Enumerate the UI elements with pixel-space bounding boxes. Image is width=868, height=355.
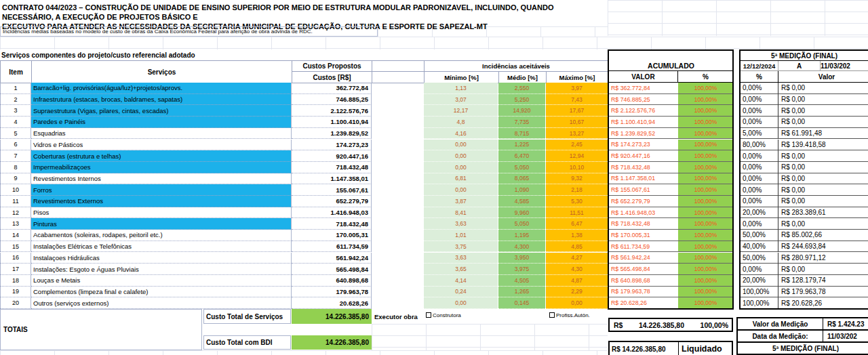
row-incidencia-maximo[interactable]: 10,67 [546, 117, 608, 128]
row-cost-value[interactable]: 640.898,68 [292, 275, 372, 287]
row-cost-value[interactable]: 179.963,78 [292, 287, 372, 298]
row-medicao-pct[interactable]: 100,00% [741, 287, 778, 298]
row-incidencia-minimo[interactable]: 4,8 [424, 117, 498, 128]
row-incidencia-minimo[interactable]: 3,87 [424, 196, 498, 207]
row-incidencia-maximo[interactable]: 7,43 [546, 94, 608, 106]
row-medicao-pct[interactable]: 100,00% [741, 297, 778, 309]
row-medicao-pct[interactable]: 20,00% [741, 275, 778, 287]
row-incidencia-minimo[interactable]: 12,17 [424, 105, 498, 117]
row-medicao-valor[interactable]: R$ 0,00 [778, 173, 868, 185]
row-incidencia-minimo[interactable]: 6,81 [424, 173, 498, 185]
row-incidencia-maximo[interactable]: 4,27 [546, 253, 608, 264]
row-acumulado-pct[interactable]: 100,00% [678, 94, 733, 106]
row-medicao-valor[interactable]: R$ 20.628,26 [778, 297, 868, 309]
row-medicao-valor[interactable]: R$ 139.418,58 [778, 140, 868, 151]
row-item-number[interactable]: 4 [0, 117, 31, 128]
valor-medicao-value[interactable]: R$ 1.424.23 [823, 318, 868, 329]
row-acumulado-pct[interactable]: 100,00% [678, 105, 733, 117]
row-service-name[interactable]: Forros [31, 184, 292, 196]
custo-total-bdi-value[interactable]: 14.226.385,80 [292, 335, 372, 350]
row-acumulado-pct[interactable]: 100,00% [678, 253, 733, 264]
row-acumulado-pct[interactable]: 100,00% [678, 162, 733, 173]
medicao-date-from[interactable]: 12/12/2024 [741, 61, 778, 71]
row-item-number[interactable]: 9 [0, 173, 31, 185]
row-incidencia-maximo[interactable]: 5,30 [546, 196, 608, 207]
row-medicao-pct[interactable]: 5,00% [741, 128, 778, 140]
row-incidencia-medio[interactable]: 1,265 [498, 287, 545, 298]
row-acumulado-valor[interactable]: R$ 179.963,78 [609, 287, 678, 298]
row-cost-value[interactable]: 1.100.410,94 [292, 117, 372, 128]
row-item-number[interactable]: 8 [0, 162, 31, 173]
row-cost-value[interactable]: 20.628,26 [292, 297, 372, 309]
row-service-name[interactable]: Revestimentos Internos [31, 173, 292, 185]
row-acumulado-valor[interactable]: R$ 718.432,48 [609, 218, 678, 230]
row-incidencia-medio[interactable]: 4,585 [498, 196, 545, 207]
row-incidencia-minimo[interactable]: 1,13 [424, 83, 498, 94]
row-medicao-valor[interactable]: R$ 128.179,74 [778, 275, 868, 287]
row-acumulado-valor[interactable]: R$ 718.432,48 [609, 162, 678, 173]
row-incidencia-medio[interactable]: 0,145 [498, 297, 545, 309]
row-incidencia-medio[interactable]: 6,470 [498, 150, 545, 162]
row-acumulado-valor[interactable]: R$ 1.416.948,03 [609, 207, 678, 219]
row-incidencia-medio[interactable]: 5,050 [498, 218, 545, 230]
row-acumulado-valor[interactable]: R$ 611.734,59 [609, 241, 678, 253]
row-incidencia-minimo[interactable]: 0,00 [424, 162, 498, 173]
row-cost-value[interactable]: 1.147.358,01 [292, 173, 372, 185]
row-item-number[interactable]: 10 [0, 184, 31, 196]
row-incidencia-minimo[interactable]: 0,00 [424, 297, 498, 309]
row-incidencia-minimo[interactable]: 4,16 [424, 128, 498, 140]
row-cost-value[interactable]: 611.734,59 [292, 241, 372, 253]
row-acumulado-pct[interactable]: 100,00% [678, 297, 733, 309]
col-header-maximo[interactable]: Máximo [%] [547, 72, 608, 83]
row-incidencia-minimo[interactable]: 0,00 [424, 140, 498, 151]
row-incidencia-medio[interactable]: 2,550 [498, 83, 545, 94]
row-incidencia-medio[interactable]: 3,975 [498, 264, 545, 275]
row-incidencia-maximo[interactable]: 13,27 [546, 128, 608, 140]
row-incidencia-minimo[interactable]: 3,65 [424, 264, 498, 275]
row-cost-value[interactable]: 718.432,48 [292, 162, 372, 173]
row-incidencia-maximo[interactable]: 10,10 [546, 162, 608, 173]
row-cost-value[interactable]: 1.239.829,52 [292, 128, 372, 140]
row-acumulado-pct[interactable]: 100,00% [678, 241, 733, 253]
row-medicao-valor[interactable]: R$ 0,00 [778, 218, 868, 230]
row-incidencia-maximo[interactable]: 2,18 [546, 184, 608, 196]
row-acumulado-pct[interactable]: 100,00% [678, 275, 733, 287]
row-cost-value[interactable]: 652.279,79 [292, 196, 372, 207]
row-incidencia-maximo[interactable]: 4,85 [546, 241, 608, 253]
row-acumulado-pct[interactable]: 100,00% [678, 287, 733, 298]
row-medicao-valor[interactable]: R$ 179.963,78 [778, 287, 868, 298]
row-medicao-pct[interactable]: 0,00% [741, 218, 778, 230]
row-medicao-valor[interactable]: R$ 0,00 [778, 196, 868, 207]
row-medicao-valor[interactable]: R$ 85.002,66 [778, 230, 868, 241]
row-incidencia-maximo[interactable]: 6,47 [546, 218, 608, 230]
row-medicao-pct[interactable]: 0,00% [741, 150, 778, 162]
row-medicao-valor[interactable]: R$ 283.389,61 [778, 207, 868, 219]
row-incidencia-minimo[interactable]: 3,63 [424, 253, 498, 264]
row-incidencia-medio[interactable]: 8,065 [498, 173, 545, 185]
row-item-number[interactable]: 7 [0, 150, 31, 162]
row-medicao-pct[interactable]: 0,00% [741, 264, 778, 275]
row-acumulado-pct[interactable]: 100,00% [678, 150, 733, 162]
profiss-auton-option[interactable]: Profiss.Autôn. [549, 310, 590, 320]
row-item-number[interactable]: 14 [0, 230, 31, 241]
row-service-name[interactable]: Acabamentos (soleiras, rodapes, peitoril… [31, 230, 292, 241]
col-header-medio[interactable]: Médio [%] [499, 72, 547, 83]
row-item-number[interactable]: 12 [0, 207, 31, 219]
row-incidencia-medio[interactable]: 7,735 [498, 117, 545, 128]
row-incidencia-maximo[interactable]: 9,32 [546, 173, 608, 185]
row-acumulado-pct[interactable]: 100,00% [678, 83, 733, 94]
row-acumulado-valor[interactable]: R$ 174.273,23 [609, 140, 678, 151]
col-header-custos-rs[interactable]: Custos [R$] [292, 72, 372, 83]
row-acumulado-valor[interactable]: R$ 20.628,26 [609, 297, 678, 309]
row-incidencia-maximo[interactable]: 3,97 [546, 83, 608, 94]
row-incidencia-medio[interactable]: 1,090 [498, 184, 545, 196]
row-item-number[interactable]: 1 [0, 83, 31, 94]
row-acumulado-valor[interactable]: R$ 155.067,61 [609, 184, 678, 196]
row-service-name[interactable]: Louças e Metais [31, 275, 292, 287]
row-acumulado-valor[interactable]: R$ 1.147.358,01 [609, 173, 678, 185]
row-acumulado-valor[interactable]: R$ 565.498,84 [609, 264, 678, 275]
row-acumulado-valor[interactable]: R$ 652.279,79 [609, 196, 678, 207]
row-medicao-pct[interactable]: 0,00% [741, 173, 778, 185]
row-incidencia-medio[interactable]: 1,225 [498, 140, 545, 151]
row-medicao-pct[interactable]: 0,00% [741, 162, 778, 173]
